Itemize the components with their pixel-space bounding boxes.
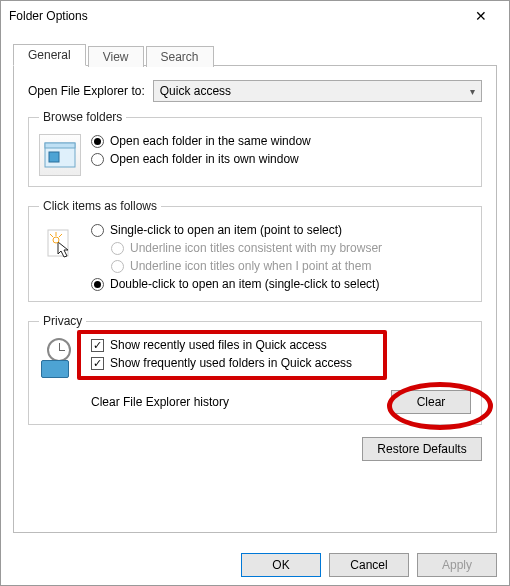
- apply-button: Apply: [417, 553, 497, 577]
- radio-underline-point: Underline icon titles only when I point …: [111, 259, 471, 273]
- radio-double-click-label: Double-click to open an item (single-cli…: [110, 277, 379, 291]
- open-explorer-row: Open File Explorer to: Quick access ▾: [28, 80, 482, 102]
- privacy-history-icon: [39, 338, 81, 380]
- window-title: Folder Options: [9, 9, 461, 23]
- privacy-group: Privacy Show recently used files in Quic…: [28, 314, 482, 425]
- tab-view[interactable]: View: [88, 46, 144, 67]
- radio-single-click[interactable]: Single-click to open an item (point to s…: [91, 223, 471, 237]
- tabpage-general: Open File Explorer to: Quick access ▾ Br…: [13, 65, 497, 533]
- radio-underline-browser: Underline icon titles consistent with my…: [111, 241, 471, 255]
- open-explorer-combo[interactable]: Quick access ▾: [153, 80, 482, 102]
- cancel-button[interactable]: Cancel: [329, 553, 409, 577]
- dialog-footer: OK Cancel Apply: [1, 545, 509, 585]
- checkbox-icon: [91, 339, 104, 352]
- radio-underline-point-label: Underline icon titles only when I point …: [130, 259, 371, 273]
- tab-general[interactable]: General: [13, 44, 86, 66]
- ok-button[interactable]: OK: [241, 553, 321, 577]
- click-items-legend: Click items as follows: [39, 199, 161, 213]
- close-icon[interactable]: ✕: [461, 8, 501, 24]
- svg-rect-1: [45, 143, 75, 148]
- open-explorer-label: Open File Explorer to:: [28, 84, 145, 98]
- titlebar: Folder Options ✕: [1, 1, 509, 31]
- radio-same-window-label: Open each folder in the same window: [110, 134, 311, 148]
- browse-folders-group: Browse folders Open each folder in the s…: [28, 110, 482, 187]
- cursor-click-icon: [39, 223, 81, 265]
- restore-defaults-button[interactable]: Restore Defaults: [362, 437, 482, 461]
- radio-icon: [111, 260, 124, 273]
- clear-history-row: Clear File Explorer history Clear: [39, 390, 471, 414]
- radio-same-window[interactable]: Open each folder in the same window: [91, 134, 471, 148]
- privacy-legend: Privacy: [39, 314, 86, 328]
- folder-window-icon: [39, 134, 81, 176]
- checkbox-recent-files-label: Show recently used files in Quick access: [110, 338, 327, 352]
- dialog-body: General View Search Open File Explorer t…: [1, 31, 509, 545]
- checkbox-recent-files[interactable]: Show recently used files in Quick access: [91, 338, 471, 352]
- radio-double-click[interactable]: Double-click to open an item (single-cli…: [91, 277, 471, 291]
- clear-button[interactable]: Clear: [391, 390, 471, 414]
- clear-history-label: Clear File Explorer history: [91, 395, 229, 409]
- checkbox-frequent-folders[interactable]: Show frequently used folders in Quick ac…: [91, 356, 471, 370]
- radio-underline-browser-label: Underline icon titles consistent with my…: [130, 241, 382, 255]
- radio-icon: [111, 242, 124, 255]
- svg-rect-2: [49, 152, 59, 162]
- radio-icon: [91, 153, 104, 166]
- folder-options-window: Folder Options ✕ General View Search Ope…: [0, 0, 510, 586]
- radio-icon: [91, 278, 104, 291]
- chevron-down-icon: ▾: [470, 86, 475, 97]
- checkbox-frequent-folders-label: Show frequently used folders in Quick ac…: [110, 356, 352, 370]
- radio-own-window[interactable]: Open each folder in its own window: [91, 152, 471, 166]
- radio-icon: [91, 224, 104, 237]
- open-explorer-value: Quick access: [160, 84, 231, 98]
- click-items-group: Click items as follows Single-click to o…: [28, 199, 482, 302]
- tab-search[interactable]: Search: [146, 46, 214, 67]
- restore-row: Restore Defaults: [28, 437, 482, 461]
- checkbox-icon: [91, 357, 104, 370]
- radio-own-window-label: Open each folder in its own window: [110, 152, 299, 166]
- radio-single-click-label: Single-click to open an item (point to s…: [110, 223, 342, 237]
- tabstrip: General View Search: [13, 43, 497, 65]
- browse-folders-legend: Browse folders: [39, 110, 126, 124]
- radio-icon: [91, 135, 104, 148]
